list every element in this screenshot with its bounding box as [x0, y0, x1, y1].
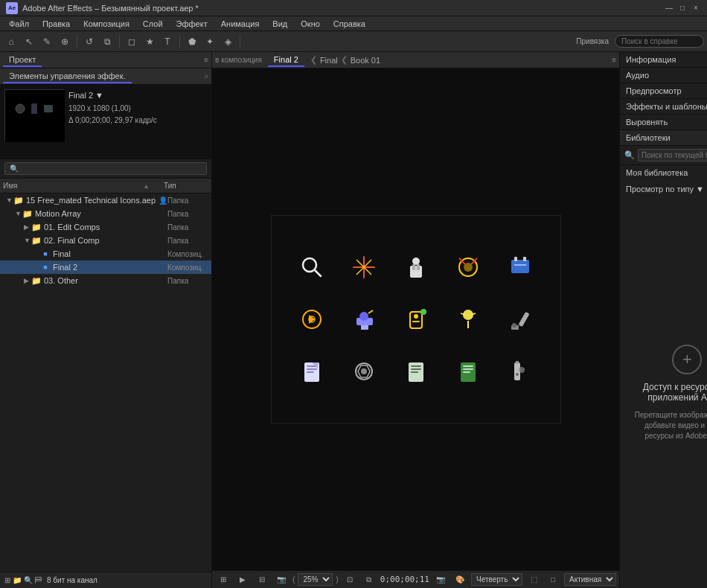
- 3d-btn[interactable]: □: [545, 572, 561, 588]
- breadcrumb-final[interactable]: Final: [320, 56, 338, 65]
- svg-rect-0: [5, 90, 65, 142]
- tree-toggle-motion[interactable]: ▼: [15, 210, 22, 217]
- preview-section[interactable]: Предпросмотр: [620, 83, 707, 99]
- zoom-dropdown[interactable]: 25%: [298, 573, 333, 586]
- snap-to-frame-btn[interactable]: 📷: [432, 572, 449, 588]
- icon-cell-6: [293, 301, 330, 338]
- flowchart-icon[interactable]: ⛿: [35, 576, 42, 584]
- safe-zones-btn[interactable]: ⧉: [361, 572, 377, 588]
- close-button[interactable]: ×: [691, 3, 701, 13]
- icon-cell-1: [293, 249, 330, 286]
- audio-section[interactable]: Аудио: [620, 68, 707, 83]
- tree-toggle-other[interactable]: ▶: [24, 277, 31, 284]
- menu-window[interactable]: Окно: [295, 18, 326, 30]
- svg-rect-43: [307, 371, 314, 373]
- fit-btn[interactable]: ⊡: [342, 572, 358, 588]
- text-tool[interactable]: T: [159, 33, 176, 50]
- comp-panel-label: в композиция: [215, 56, 262, 64]
- quality-dropdown[interactable]: Четверть: [471, 573, 522, 586]
- tree-toggle-edit[interactable]: ▶: [24, 223, 31, 231]
- pen-tool[interactable]: ✎: [39, 33, 55, 50]
- play-btn[interactable]: ▶: [234, 572, 251, 588]
- breadcrumb-book01[interactable]: Book 01: [351, 56, 380, 65]
- zoom-tool[interactable]: ⊕: [57, 33, 73, 50]
- menu-view[interactable]: Вид: [266, 18, 293, 30]
- libraries-search: 🔍 ▼: [620, 146, 707, 165]
- toolbar-separator-2: [119, 35, 120, 48]
- window-controls[interactable]: — □ ×: [664, 3, 701, 13]
- align-section[interactable]: Выровнять: [620, 115, 707, 130]
- menu-effect[interactable]: Эффект: [170, 18, 214, 30]
- svg-rect-53: [463, 368, 473, 370]
- selection-tool[interactable]: ↖: [21, 33, 37, 50]
- new-item-icon[interactable]: ⊞: [4, 576, 10, 584]
- tree-item-final2[interactable]: ■ Final 2 Композиц.: [0, 261, 211, 274]
- viewport-canvas: [212, 68, 619, 570]
- color-btn[interactable]: 🎨: [452, 572, 468, 588]
- tree-item-finalcomp[interactable]: ▼ 📁 02. Final Comp Папка: [0, 234, 211, 247]
- camera-tool[interactable]: ⧉: [99, 33, 115, 50]
- lib-add-button[interactable]: +: [672, 345, 702, 374]
- info-section[interactable]: Информация: [620, 52, 707, 68]
- bottom-action-icons: ⊞ 📁 🔍 ⛿: [4, 576, 42, 584]
- menu-animation[interactable]: Анимация: [215, 18, 266, 30]
- comp-panel-menu[interactable]: ≡: [612, 56, 616, 64]
- menu-bar: Файл Правка Композиция Слой Эффект Анима…: [0, 16, 707, 31]
- tree-item-final[interactable]: ■ Final Композиц.: [0, 247, 211, 261]
- project-panel-menu[interactable]: ≡: [204, 56, 208, 64]
- tree-item-root[interactable]: ▼ 📁 15 Free_mated Technical Icons.aep 👤 …: [0, 194, 211, 207]
- next-frame-btn[interactable]: ⊟: [254, 572, 270, 588]
- menu-composition[interactable]: Композиция: [77, 18, 135, 30]
- tree-toggle-finalcomp[interactable]: ▼: [24, 237, 31, 244]
- search-icon-bottom[interactable]: 🔍: [24, 576, 33, 584]
- comp-tab-final2[interactable]: Final 2: [268, 54, 304, 67]
- svg-point-27: [359, 312, 368, 321]
- effects-tab[interactable]: Элементы управления эффек.: [3, 70, 132, 83]
- svg-rect-52: [463, 365, 473, 367]
- svg-rect-2: [31, 103, 37, 114]
- color-mode-label: 8 бит на канал: [47, 576, 97, 584]
- project-list-header: Имя ▲ Тип: [0, 179, 211, 194]
- folder-icon-bottom[interactable]: 📁: [13, 576, 22, 584]
- right-panel: Информация Аудио Предпросмотр Эффекты и …: [619, 52, 707, 588]
- maximize-button[interactable]: □: [677, 3, 688, 13]
- tree-item-edit[interactable]: ▶ 📁 01. Edit Comps Папка: [0, 220, 211, 234]
- tree-type-edit: Папка: [167, 223, 208, 231]
- toolbar-right: Привязка: [573, 35, 704, 48]
- brush-tool[interactable]: ⬟: [184, 33, 200, 50]
- mask-tool[interactable]: ◻: [124, 33, 140, 50]
- icon-cell-2: [345, 249, 383, 286]
- menu-help[interactable]: Справка: [327, 18, 371, 30]
- toolbar-separator-3: [179, 35, 180, 48]
- active-dropdown[interactable]: Активная: [564, 573, 616, 586]
- home-button[interactable]: ⌂: [3, 33, 19, 50]
- shape-tool[interactable]: ★: [141, 33, 158, 50]
- menu-layer[interactable]: Слой: [137, 18, 169, 30]
- puppet-tool[interactable]: ◈: [220, 33, 236, 50]
- comp-tab-bar: в композиция Final 2 ❮ Final ❮ Book 01 ≡: [212, 52, 619, 68]
- cam-icon[interactable]: 📷: [273, 572, 289, 588]
- svg-rect-3: [44, 105, 53, 112]
- effects-templates-section[interactable]: Эффекты и шаблоны: [620, 99, 707, 115]
- prev-frame-btn[interactable]: ⊞: [215, 572, 231, 588]
- minimize-button[interactable]: —: [664, 3, 674, 13]
- tree-type-final2: Композиц.: [167, 263, 208, 272]
- rotate-tool[interactable]: ↺: [81, 33, 97, 50]
- tree-item-other[interactable]: ▶ 📁 03. Other Папка: [0, 274, 211, 287]
- menu-file[interactable]: Файл: [3, 18, 35, 30]
- clone-tool[interactable]: ✦: [202, 33, 218, 50]
- project-tab[interactable]: Проект: [3, 54, 42, 67]
- project-search-input[interactable]: [4, 162, 207, 175]
- region-btn[interactable]: ⬚: [525, 572, 542, 588]
- tree-toggle-root[interactable]: ▼: [6, 196, 13, 204]
- menu-edit[interactable]: Правка: [36, 18, 76, 30]
- help-search[interactable]: [615, 35, 704, 48]
- tree-item-motion[interactable]: ▼ 📁 Motion Array Папка: [0, 207, 211, 220]
- svg-point-58: [519, 367, 525, 373]
- comp-icon-final: ■: [40, 249, 51, 259]
- library-search-input[interactable]: [638, 149, 707, 162]
- icon-cell-14: [450, 353, 487, 390]
- left-bottom-bar: ⊞ 📁 🔍 ⛿ 8 бит на канал: [0, 572, 211, 588]
- project-preview: Final 2 ▼ 1920 x 1080 (1,00) Δ 0;00;20;0…: [0, 85, 211, 159]
- effects-panel-expand[interactable]: »: [205, 72, 209, 80]
